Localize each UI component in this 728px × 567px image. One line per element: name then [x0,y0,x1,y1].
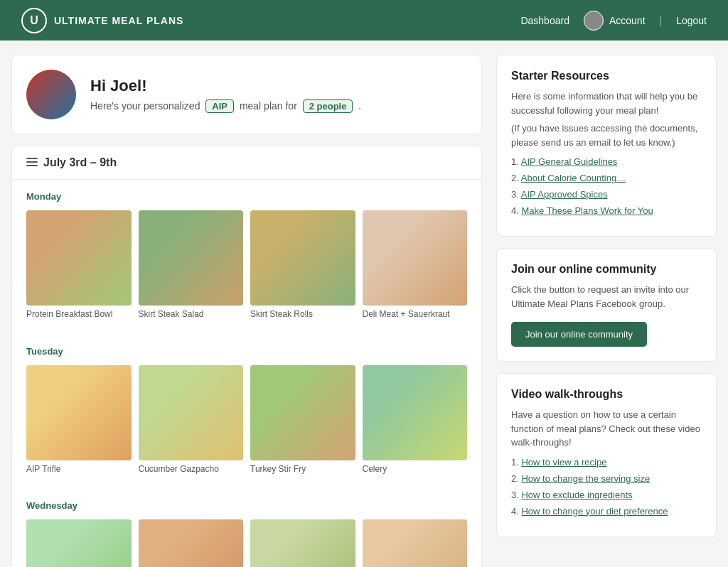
list-item [139,519,244,567]
logo-text: ULTIMATE MEAL PLANS [54,15,183,26]
list-item: Celery [363,365,468,475]
meal-name: Cucumber Gazpacho [139,464,244,475]
logout-link[interactable]: Logout [676,15,707,26]
wednesday-label: Wednesday [26,500,467,511]
tuesday-meals-grid: AIP Trifle Cucumber Gazpacho Turkey Stir… [26,365,467,475]
video-link-4[interactable]: How to change your diet preference [521,506,668,517]
welcome-text: Hi Joel! Here's your personalized AIP me… [90,77,361,113]
avatar-image [26,70,76,119]
meal-image [139,365,244,460]
meal-image [250,519,355,567]
monday-label: Monday [26,191,467,202]
welcome-description: Here's your personalized AIP meal plan f… [90,99,361,113]
list-item: Cucumber Gazpacho [139,365,244,475]
meal-image [139,210,244,306]
list-item: 3. How to exclude ingredients [511,490,702,500]
logo-area: U ULTIMATE MEAL PLANS [21,8,183,33]
meal-image [250,365,355,460]
list-item: Turkey Stir Fry [250,365,355,475]
list-item: Skirt Steak Rolls [250,210,355,320]
community-section: Join our online community Click the butt… [496,248,717,362]
meal-name: Protein Breakfast Bowl [26,309,132,320]
date-range-heading: July 3rd – 9th [43,156,117,169]
video-walkthroughs-list: 1. How to view a recipe 2. How to change… [511,457,702,517]
video-walkthroughs-description: Have a question on how to use a certain … [511,408,702,450]
list-item: 4. Make These Plans Work for You [511,205,702,216]
video-link-1[interactable]: How to view a recipe [521,457,606,468]
aip-badge: AIP [205,99,234,113]
list-item: 1. AIP General Guidelines [511,156,702,167]
meal-image [139,519,244,567]
starter-resources-list: 1. AIP General Guidelines 2. About Calor… [511,156,702,216]
meal-name: Skirt Steak Salad [139,309,244,320]
meal-image [26,365,132,460]
meal-name: Celery [363,464,468,475]
left-panel: Hi Joel! Here's your personalized AIP me… [11,55,482,567]
list-item: Protein Breakfast Bowl [26,210,132,320]
starter-resources-title: Starter Resources [511,70,702,82]
people-badge: 2 people [303,99,353,113]
join-community-button[interactable]: Join our online community [511,322,647,347]
meal-name: Deli Meat + Sauerkraut [363,309,468,320]
account-label: Account [609,15,646,26]
starter-resources-description: Here is some information that will help … [511,90,702,117]
account-area[interactable]: Account [584,11,646,31]
user-avatar [26,70,76,119]
list-item [26,519,132,567]
community-description: Click the button to request an invite in… [511,283,702,310]
meal-image [363,365,468,460]
community-title: Join our online community [511,263,702,276]
svg-rect-2 [26,165,38,166]
wednesday-meals-grid [26,519,467,567]
video-link-3[interactable]: How to exclude ingredients [521,490,632,500]
resource-link-4[interactable]: Make These Plans Work for You [521,205,653,216]
tuesday-section: Tuesday AIP Trifle Cucumber Gazpacho Tur… [12,335,481,490]
wednesday-section: Wednesday [12,489,481,567]
list-item [250,519,355,567]
header: U ULTIMATE MEAL PLANS Dashboard Account … [0,0,728,40]
logo-icon: U [21,8,47,33]
meal-image [250,210,355,306]
menu-lines-icon [26,157,38,168]
svg-rect-1 [26,161,38,163]
welcome-card: Hi Joel! Here's your personalized AIP me… [11,55,482,134]
date-header: July 3rd – 9th [12,146,481,180]
resource-link-1[interactable]: AIP General Guidelines [521,156,618,167]
greeting-heading: Hi Joel! [90,77,361,95]
meal-name: Skirt Steak Rolls [250,309,355,320]
meal-image [363,210,468,306]
list-item: Skirt Steak Salad [139,210,244,320]
svg-rect-0 [26,158,38,159]
meal-image [26,210,132,306]
list-item: AIP Trifle [26,365,132,475]
video-walkthroughs-title: Video walk-throughs [511,388,702,401]
list-item: 4. How to change your diet preference [511,506,702,517]
meal-name: AIP Trifle [26,464,132,475]
nav-divider: | [660,15,663,26]
list-item: 2. About Calorie Counting… [511,173,702,183]
resource-link-3[interactable]: AIP Approved Spices [521,189,608,200]
nav-right: Dashboard Account | Logout [520,11,707,31]
video-walkthroughs-section: Video walk-throughs Have a question on h… [496,373,717,537]
dashboard-link[interactable]: Dashboard [520,15,569,26]
list-item: 1. How to view a recipe [511,457,702,468]
tuesday-label: Tuesday [26,346,467,357]
starter-resources-note: (If you have issues accessing the docume… [511,122,702,149]
list-item: 3. AIP Approved Spices [511,189,702,200]
monday-section: Monday Protein Breakfast Bowl Skirt Stea… [12,180,481,335]
video-link-2[interactable]: How to change the serving size [521,473,650,484]
starter-resources-section: Starter Resources Here is some informati… [496,55,717,237]
list-item: Deli Meat + Sauerkraut [363,210,468,320]
list-item [363,519,468,567]
resource-link-2[interactable]: About Calorie Counting… [521,173,626,183]
account-avatar [584,11,604,31]
main-layout: Hi Joel! Here's your personalized AIP me… [0,40,728,567]
meal-image [363,519,468,567]
meal-plan-card: July 3rd – 9th Monday Protein Breakfast … [11,146,482,567]
meal-image [26,519,132,567]
meal-name: Turkey Stir Fry [250,464,355,475]
list-item: 2. How to change the serving size [511,473,702,484]
monday-meals-grid: Protein Breakfast Bowl Skirt Steak Salad… [26,210,467,320]
right-panel: Starter Resources Here is some informati… [496,55,717,567]
